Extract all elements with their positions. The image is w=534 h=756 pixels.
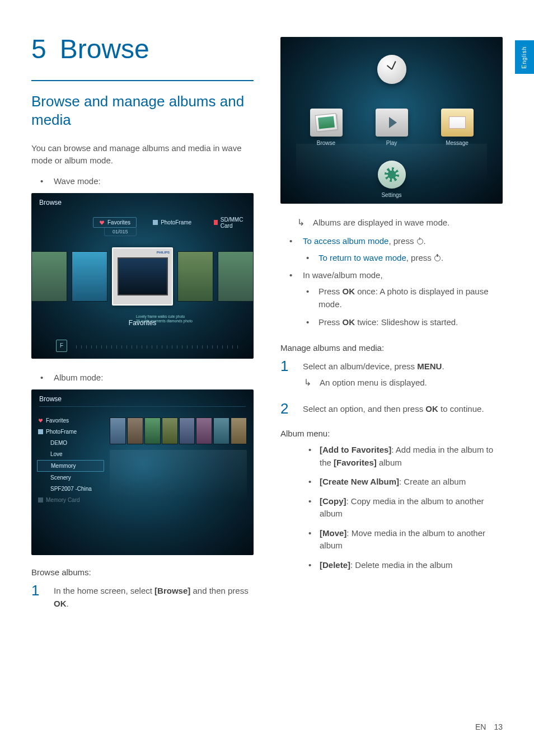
intro-text: You can browse and manage albums and med…: [31, 142, 254, 167]
wave-thumb: [72, 251, 107, 302]
square-icon: [153, 220, 158, 225]
heading-rule: [31, 80, 254, 81]
page-footer: EN13: [475, 722, 503, 731]
album-side-item: Favorites: [37, 415, 104, 426]
album-mode-screenshot: Browse Favorites PhotoFrame DEMO Love Me…: [31, 389, 254, 555]
section-heading: Browse and manage albums and media: [31, 92, 254, 129]
brand-label: PHILIPS: [157, 251, 170, 254]
wave-title: Browse: [39, 199, 62, 206]
album-side-item: PhotoFrame: [37, 426, 104, 437]
manage-result-1: An option menu is displayed.: [299, 376, 503, 389]
menu-copy: [Copy]: Copy media in the album to anoth…: [306, 495, 503, 520]
power-icon: [417, 238, 423, 245]
in-mode: In wave/album mode, Press OK once: A pho…: [285, 269, 503, 328]
return-wave-mode: To return to wave mode, press .: [303, 251, 503, 264]
power-icon: [434, 255, 441, 261]
result-wave-displayed: Albums are displayed in wave mode.: [293, 216, 503, 229]
step-1-left: 1 In the home screen, select [Browse] an…: [31, 583, 254, 610]
manage-step-2: 2 Select an option, and then press OK to…: [280, 401, 503, 417]
menu-add-favorites: [Add to Favorites]: Add media in the alb…: [306, 444, 503, 469]
wave-ticks: [76, 345, 242, 349]
chapter-heading: 5Browse: [31, 34, 254, 64]
play-icon: [376, 109, 408, 137]
album-thumb: [127, 417, 143, 444]
album-thumb: [110, 417, 126, 444]
album-thumb: [179, 417, 195, 444]
square-icon: [214, 220, 218, 225]
album-menu-head: Album menu:: [280, 429, 503, 438]
manage-step-1: 1 Select an album/device, press MENU. An…: [280, 358, 503, 395]
access-album-mode: To access album mode, press . To return …: [285, 234, 503, 264]
clock-icon: [377, 55, 406, 84]
wave-frame: PHILIPS Lovely frame walks cute photo36 …: [112, 247, 173, 306]
menu-move: [Move]: Move media in the album to anoth…: [306, 527, 503, 552]
album-thumb: [196, 417, 212, 444]
album-side-item: Scenery: [37, 472, 104, 483]
album-side-item: Love: [37, 449, 104, 459]
message-icon: [441, 109, 474, 137]
album-side-item: SPF2007 -China: [37, 483, 104, 494]
album-mode-label: Album mode:: [36, 371, 254, 384]
album-side-item: DEMO: [37, 438, 104, 448]
wave-thumb: [177, 251, 213, 302]
ok-twice: Press OK twice: Slideshow is started.: [303, 316, 503, 328]
browse-albums-head: Browse albums:: [31, 567, 254, 577]
wave-thumb: [218, 251, 254, 302]
album-side-item-selected: Memmory: [37, 460, 104, 472]
ok-once: Press OK once: A photo is displayed in p…: [303, 285, 503, 311]
album-thumb: [162, 417, 178, 444]
album-reflection: [110, 450, 247, 500]
f-key-icon: F: [56, 340, 67, 352]
wave-counter: 01/015: [104, 228, 137, 236]
wave-tab-photoframe: PhotoFrame: [147, 217, 198, 228]
settings-icon: [378, 161, 406, 189]
home-screenshot: Browse Play Message Settings: [280, 37, 503, 204]
wave-fav-label: Favorites: [31, 319, 254, 327]
heart-icon: [99, 220, 105, 226]
wave-mode-screenshot: Browse Favorites PhotoFrame SD/MMC Card …: [31, 193, 254, 359]
wave-thumb: [31, 251, 67, 302]
browse-icon: [310, 109, 343, 137]
album-thumb: [231, 417, 247, 444]
album-thumb: [144, 417, 161, 444]
menu-create-album: [Create New Album]: Create an album: [306, 476, 503, 489]
album-thumb: [213, 417, 229, 444]
menu-delete: [Delete]: Delete media in the album: [306, 559, 503, 572]
album-title: Browse: [39, 395, 62, 403]
manage-head: Manage albums and media:: [280, 343, 503, 353]
wave-tab-favorites: Favorites: [93, 217, 137, 228]
wave-mode-label: Wave mode:: [36, 175, 254, 187]
album-side-item: Memory Card: [37, 495, 104, 505]
wave-tab-sd: SD/MMC Card: [208, 214, 254, 231]
language-tab: English: [515, 40, 534, 74]
